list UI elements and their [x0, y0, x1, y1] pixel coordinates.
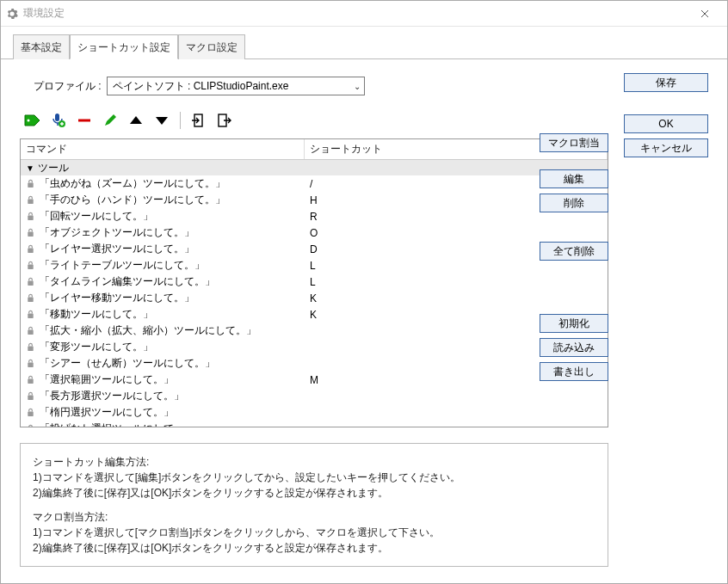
export-icon[interactable]: [213, 111, 236, 130]
lock-icon: [26, 228, 36, 238]
profile-select[interactable]: ペイントソフト : CLIPStudioPaint.exe ⌄: [107, 77, 365, 95]
column-command[interactable]: コマンド: [21, 139, 305, 159]
ok-button[interactable]: OK: [624, 114, 708, 133]
lock-icon: [26, 310, 36, 320]
save-button[interactable]: 保存: [624, 73, 708, 92]
list-header: コマンド ショートカット: [21, 139, 608, 160]
lock-icon: [26, 212, 36, 222]
list-item[interactable]: 「投げなわ選択ツールにして。」: [21, 421, 608, 427]
help-heading-2: マクロ割当方法:: [33, 509, 595, 525]
minus-icon[interactable]: [73, 111, 96, 130]
main-column: プロファイル : ペイントソフト : CLIPStudioPaint.exe ⌄: [20, 77, 608, 569]
preferences-window: 環境設定 基本設定 ショートカット設定 マクロ設定 プロファイル : ペイントソ…: [0, 0, 728, 584]
pencil-icon[interactable]: [99, 111, 121, 130]
close-button[interactable]: [688, 2, 722, 26]
item-command: 「ライトテーブルツールにして。」: [40, 258, 205, 273]
triangle-down-icon: ▼: [26, 163, 34, 173]
list-item[interactable]: 「選択範囲ツールにして。」M: [21, 372, 608, 388]
item-command: 「変形ツールにして。」: [40, 340, 153, 354]
svg-rect-2: [55, 114, 59, 121]
list-body[interactable]: ▼ ツール 「虫めがね（ズーム）ツールにして。」/「手のひら（ハンド）ツールにし…: [21, 160, 608, 427]
mic-add-icon[interactable]: [47, 111, 70, 130]
help-heading-1: ショートカット編集方法:: [33, 454, 595, 470]
export-button[interactable]: 書き出し: [540, 362, 608, 381]
item-command: 「投げなわ選択ツールにして。」: [40, 421, 194, 427]
delete-button[interactable]: 削除: [540, 194, 608, 212]
import-icon[interactable]: [188, 111, 210, 130]
item-command: 「長方形選択ツールにして。」: [40, 389, 184, 403]
list-item[interactable]: 「変形ツールにして。」: [21, 339, 608, 355]
tab-shortcut[interactable]: ショートカット設定: [70, 34, 178, 59]
profile-row: プロファイル : ペイントソフト : CLIPStudioPaint.exe ⌄: [20, 77, 608, 95]
item-command: 「シアー（せん断）ツールにして。」: [40, 356, 215, 371]
move-up-icon[interactable]: [125, 111, 147, 130]
svg-rect-11: [28, 199, 33, 204]
help-line-4: 2)編集終了後に[保存]又は[OK]ボタンをクリックすると設定が保存されます。: [33, 540, 595, 556]
window-title: 環境設定: [23, 6, 688, 21]
lock-icon: [26, 408, 36, 418]
move-down-icon[interactable]: [151, 111, 173, 130]
list-item[interactable]: 「手のひら（ハンド）ツールにして。」H: [21, 192, 608, 208]
tab-basic[interactable]: 基本設定: [13, 34, 70, 59]
group-row[interactable]: ▼ ツール: [21, 160, 608, 175]
item-command: 「回転ツールにして。」: [40, 209, 153, 224]
svg-rect-24: [28, 411, 33, 416]
toolbar-divider: [180, 112, 181, 129]
list-item[interactable]: 「回転ツールにして。」R: [21, 208, 608, 224]
svg-rect-17: [28, 297, 33, 302]
list-item[interactable]: 「レイヤー選択ツールにして。」D: [21, 241, 608, 257]
item-command: 「移動ツールにして。」: [40, 307, 153, 322]
tab-macro[interactable]: マクロ設定: [178, 34, 245, 59]
list-item[interactable]: 「拡大・縮小（拡大、縮小）ツールにして。」: [21, 323, 608, 339]
list-item[interactable]: 「ライトテーブルツールにして。」L: [21, 257, 608, 274]
profile-value: ペイントソフト : CLIPStudioPaint.exe: [113, 79, 289, 94]
svg-marker-7: [156, 117, 168, 125]
shortcut-list: コマンド ショートカット ▼ ツール 「虫めがね（ズーム）ツールにして。」/「手…: [20, 138, 608, 427]
svg-rect-21: [28, 362, 33, 367]
item-command: 「拡大・縮小（拡大、縮小）ツールにして。」: [40, 323, 256, 338]
lock-icon: [26, 375, 36, 385]
import-button[interactable]: 読み込み: [540, 338, 608, 357]
list-item[interactable]: 「移動ツールにして。」K: [21, 306, 608, 323]
item-command: 「レイヤー選択ツールにして。」: [40, 242, 194, 256]
help-line-2: 2)編集終了後に[保存]又は[OK]ボタンをクリックすると設定が保存されます。: [33, 485, 595, 501]
profile-label: プロファイル :: [34, 79, 102, 94]
lock-icon: [26, 244, 36, 255]
svg-marker-6: [130, 116, 142, 124]
tag-icon[interactable]: [22, 111, 44, 130]
lock-icon: [26, 179, 36, 189]
list-item[interactable]: 「レイヤー移動ツールにして。」K: [21, 290, 608, 306]
action-button-column: マクロ割当 編集 削除 全て削除 初期化 読み込み 書き出し: [540, 133, 608, 381]
lock-icon: [26, 391, 36, 402]
svg-rect-18: [28, 313, 33, 318]
item-command: 「虫めがね（ズーム）ツールにして。」: [40, 176, 225, 191]
lock-icon: [26, 293, 36, 304]
list-item[interactable]: 「タイムライン編集ツールにして。」L: [21, 274, 608, 290]
chevron-down-icon: ⌄: [354, 82, 361, 91]
list-item[interactable]: 「虫めがね（ズーム）ツールにして。」/: [21, 175, 608, 192]
svg-rect-12: [28, 215, 33, 220]
svg-rect-22: [28, 378, 33, 384]
help-box: ショートカット編集方法: 1)コマンドを選択して[編集]ボタンをクリックしてから…: [20, 443, 608, 567]
item-command: 「手のひら（ハンド）ツールにして。」: [40, 193, 225, 207]
list-item[interactable]: 「シアー（せん断）ツールにして。」: [21, 355, 608, 372]
lock-icon: [26, 277, 36, 287]
lock-icon: [26, 359, 36, 369]
list-item[interactable]: 「オブジェクトツールにして。」O: [21, 224, 608, 241]
cancel-button[interactable]: キャンセル: [624, 138, 708, 157]
edit-button[interactable]: 編集: [540, 169, 608, 188]
delete-all-button[interactable]: 全て削除: [540, 242, 608, 261]
group-label: ツール: [38, 161, 69, 175]
item-command: 「楕円選択ツールにして。」: [40, 405, 174, 420]
item-command: 「レイヤー移動ツールにして。」: [40, 291, 194, 305]
tab-bar: 基本設定 ショートカット設定 マクロ設定: [1, 27, 727, 59]
svg-rect-14: [28, 248, 33, 253]
list-item[interactable]: 「楕円選択ツールにして。」: [21, 404, 608, 421]
reset-button[interactable]: 初期化: [540, 314, 608, 333]
list-item[interactable]: 「長方形選択ツールにして。」: [21, 388, 608, 404]
content-area: プロファイル : ペイントソフト : CLIPStudioPaint.exe ⌄: [1, 59, 727, 583]
item-command: 「選択範囲ツールにして。」: [40, 372, 174, 387]
gear-icon: [6, 8, 18, 20]
item-command: 「オブジェクトツールにして。」: [40, 225, 194, 240]
assign-macro-button[interactable]: マクロ割当: [540, 133, 608, 152]
